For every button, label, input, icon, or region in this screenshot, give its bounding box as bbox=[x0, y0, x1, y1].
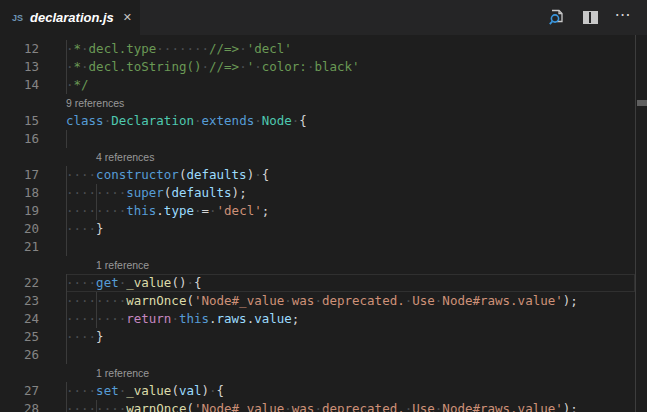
codelens-row[interactable]: 1 reference bbox=[0, 256, 635, 274]
code-editor[interactable]: 12·*·decl.type·······//=>·'decl'13·*·dec… bbox=[0, 35, 647, 412]
line-number[interactable]: 26 bbox=[0, 346, 66, 364]
line-number[interactable]: 19 bbox=[0, 202, 66, 220]
whitespace-dots: · bbox=[254, 59, 262, 74]
token-function: warnOnce bbox=[126, 293, 186, 308]
codelens-references[interactable]: 1 reference bbox=[96, 256, 149, 274]
whitespace-dots: · bbox=[201, 59, 209, 74]
code-line[interactable]: 20····} bbox=[0, 220, 635, 238]
code-line[interactable]: 15class·Declaration·extends·Node·{ bbox=[0, 112, 635, 130]
line-content: ·*·decl.toString()·//=>·'·color:·black' bbox=[66, 58, 635, 76]
token-comment: ·*·decl.type·······//=>·'decl' bbox=[66, 41, 292, 56]
indent-guide bbox=[66, 274, 67, 292]
js-file-icon: JS bbox=[12, 13, 23, 23]
whitespace-dots: · bbox=[239, 41, 247, 56]
token-variable: defaults bbox=[171, 185, 231, 200]
line-number[interactable]: 14 bbox=[0, 76, 66, 94]
whitespace-dots: · bbox=[314, 293, 322, 308]
code-line[interactable]: 23········warnOnce('Node#_value·was·depr… bbox=[0, 292, 635, 310]
line-number[interactable]: 21 bbox=[0, 238, 66, 256]
code-line[interactable]: 16 bbox=[0, 130, 635, 148]
token-variable: val bbox=[179, 383, 202, 398]
indent-guide bbox=[66, 166, 67, 184]
token-punct: ; bbox=[262, 203, 270, 218]
line-number[interactable]: 16 bbox=[0, 130, 66, 148]
whitespace-dots: · bbox=[209, 383, 217, 398]
whitespace-dots: · bbox=[186, 275, 194, 290]
line-number[interactable]: 12 bbox=[0, 40, 66, 58]
codelens-row[interactable]: 1 reference bbox=[0, 364, 635, 382]
line-number[interactable]: 27 bbox=[0, 382, 66, 400]
whitespace-dots: · bbox=[405, 293, 413, 308]
token-punct: ()·{ bbox=[171, 275, 201, 290]
token-variable: value bbox=[254, 311, 292, 326]
line-number[interactable]: 22 bbox=[0, 274, 66, 292]
close-icon[interactable]: ✕ bbox=[123, 12, 132, 23]
codelens-references[interactable]: 9 references bbox=[66, 94, 124, 112]
code-line[interactable]: 21 bbox=[0, 238, 635, 256]
whitespace-dots: ······· bbox=[156, 41, 209, 56]
preview-icon-svg bbox=[548, 8, 567, 27]
indent-guide bbox=[66, 184, 67, 202]
line-number[interactable]: 17 bbox=[0, 166, 66, 184]
code-line[interactable]: 27····set·_value(val)·{ bbox=[0, 382, 635, 400]
line-number[interactable]: 24 bbox=[0, 310, 66, 328]
token-punct: ···· bbox=[66, 275, 96, 290]
codelens-references[interactable]: 1 reference bbox=[96, 364, 149, 382]
indent-guide bbox=[66, 130, 67, 148]
ellipsis-glyph: ⋯ bbox=[615, 10, 632, 26]
whitespace-dots: · bbox=[435, 401, 443, 412]
token-punct: ( bbox=[186, 293, 194, 308]
more-actions-icon[interactable]: ⋯ bbox=[612, 7, 634, 29]
whitespace-dots: ···· bbox=[66, 383, 96, 398]
codelens-row[interactable]: 9 references bbox=[0, 94, 635, 112]
line-number[interactable]: 23 bbox=[0, 292, 66, 310]
code-line[interactable]: 22····get·_value()·{ bbox=[0, 274, 635, 292]
token-function: warnOnce bbox=[126, 401, 186, 412]
whitespace-dots: · bbox=[194, 113, 202, 128]
token-control: return· bbox=[126, 311, 179, 326]
code-line[interactable]: 13·*·decl.toString()·//=>·'·color:·black… bbox=[0, 58, 635, 76]
indent-guide bbox=[96, 310, 97, 328]
line-number[interactable]: 13 bbox=[0, 58, 66, 76]
tab-bar: JS declaration.js ✕ ⋯ bbox=[0, 0, 647, 35]
codelens-references[interactable]: 4 references bbox=[96, 148, 154, 166]
token-string: 'Node#_value·was·deprecated.·Use·Node#ra… bbox=[194, 293, 563, 308]
code-line[interactable]: 17····constructor(defaults)·{ bbox=[0, 166, 635, 184]
line-content: class·Declaration·extends·Node·{ bbox=[66, 112, 635, 130]
token-function: _value bbox=[126, 383, 171, 398]
code-line[interactable]: 12·*·decl.type·······//=>·'decl' bbox=[0, 40, 635, 58]
code-line[interactable]: 25····} bbox=[0, 328, 635, 346]
vscode-window: JS declaration.js ✕ ⋯ bbox=[0, 0, 647, 412]
tab-declaration-js[interactable]: JS declaration.js ✕ bbox=[0, 0, 140, 35]
code-line[interactable]: 18········super(defaults); bbox=[0, 184, 635, 202]
open-preview-magnifier-icon[interactable] bbox=[546, 7, 568, 29]
code-line[interactable]: 26 bbox=[0, 346, 635, 364]
token-function: _value bbox=[126, 275, 171, 290]
codelens-row[interactable]: 4 references bbox=[0, 148, 635, 166]
scrollbar[interactable] bbox=[635, 35, 647, 412]
line-number[interactable]: 25 bbox=[0, 328, 66, 346]
split-editor-glyph bbox=[583, 11, 598, 24]
tab-label: declaration.js bbox=[30, 10, 114, 25]
line-content: ····get·_value()·{ bbox=[66, 274, 635, 292]
whitespace-dots: · bbox=[307, 59, 315, 74]
indent-guide bbox=[66, 400, 67, 412]
token-comment: ·*·decl.toString()·//=>·'·color:·black' bbox=[66, 59, 360, 74]
code-line[interactable]: 28········warnOnce('Node#_value·was·depr… bbox=[0, 400, 635, 412]
whitespace-dots: · bbox=[66, 77, 74, 92]
line-number[interactable]: 15 bbox=[0, 112, 66, 130]
line-number[interactable]: 20 bbox=[0, 220, 66, 238]
line-number bbox=[0, 94, 66, 112]
line-number[interactable]: 28 bbox=[0, 400, 66, 412]
split-editor-icon[interactable] bbox=[579, 7, 601, 29]
line-content bbox=[66, 130, 635, 148]
whitespace-dots: ···· bbox=[66, 329, 96, 344]
line-number[interactable]: 18 bbox=[0, 184, 66, 202]
code-line[interactable]: 24········return·this.raws.value; bbox=[0, 310, 635, 328]
code-line[interactable]: 19········this.type·=·'decl'; bbox=[0, 202, 635, 220]
token-keyword: extends· bbox=[202, 113, 262, 128]
line-content bbox=[66, 238, 635, 256]
whitespace-dots: · bbox=[81, 59, 89, 74]
token-punct: )·{ bbox=[247, 167, 270, 182]
code-line[interactable]: 14·*/ bbox=[0, 76, 635, 94]
